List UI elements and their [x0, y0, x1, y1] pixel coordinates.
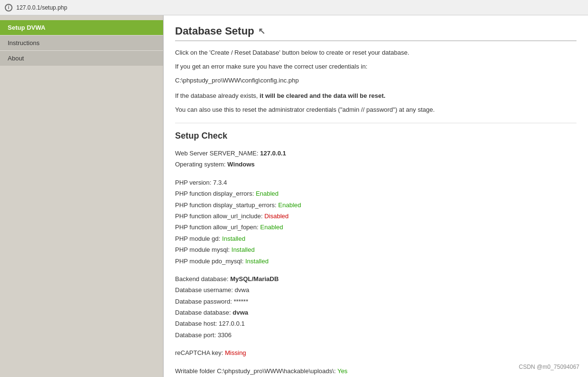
sidebar-item-setup-dvwa[interactable]: Setup DVWA [0, 20, 163, 35]
intro-line-5: You can also use this to reset the admin… [175, 105, 576, 115]
sidebar: Setup DVWA Instructions About [0, 15, 163, 377]
web-server-line: Web Server SERVER_NAME: 127.0.0.1 [175, 148, 576, 159]
intro-line-4: If the database already exists, it will … [175, 91, 576, 101]
db-username-line: Database username: dvwa [175, 284, 576, 295]
intro-line-2: If you get an error make sure you have t… [175, 62, 576, 72]
os-line: Operating system: Windows [175, 159, 576, 170]
watermark: CSDN @m0_75094067 [519, 364, 579, 370]
cursor-icon: ↖ [258, 26, 265, 36]
db-port-line: Database port: 3306 [175, 330, 576, 341]
display-errors-line: PHP function display_errors: Enabled [175, 188, 576, 199]
recaptcha-line: reCAPTCHA key: Missing [175, 347, 576, 358]
backend-db-line: Backend database: MySQL/MariaDB [175, 273, 576, 284]
intro-line-1: Click on the 'Create / Reset Database' b… [175, 48, 576, 58]
allow-url-fopen-line: PHP function allow_url_fopen: Enabled [175, 222, 576, 233]
module-pdo-line: PHP module pdo_mysql: Installed [175, 256, 576, 267]
sidebar-item-instructions[interactable]: Instructions [0, 35, 163, 50]
main-content: Database Setup ↖ Click on the 'Create / … [163, 15, 588, 377]
db-password-line: Database password: ****** [175, 296, 576, 307]
url-bar: 127.0.0.1/setup.php [16, 4, 67, 11]
setup-check-title: Setup Check [175, 131, 576, 141]
page-wrapper: Setup DVWA Instructions About Database S… [0, 15, 588, 377]
writable1-line: Writable folder C:\phpstudy_pro\WWW\hack… [175, 365, 576, 377]
allow-url-include-line: PHP function allow_url_include: Disabled [175, 211, 576, 222]
module-gd-line: PHP module gd: Installed [175, 233, 576, 244]
display-startup-line: PHP function display_startup_errors: Ena… [175, 200, 576, 211]
page-title: Database Setup ↖ [175, 25, 576, 41]
module-mysql-line: PHP module mysql: Installed [175, 244, 576, 255]
sidebar-item-about[interactable]: About [0, 50, 163, 66]
intro-line-3: C:\phpstudy_pro\WWW\config\config.inc.ph… [175, 76, 576, 86]
info-icon: i [5, 4, 12, 12]
browser-bar: i 127.0.0.1/setup.php [0, 0, 588, 15]
php-version-line: PHP version: 7.3.4 [175, 177, 576, 188]
db-host-line: Database host: 127.0.0.1 [175, 318, 576, 329]
db-database-line: Database database: dvwa [175, 307, 576, 318]
